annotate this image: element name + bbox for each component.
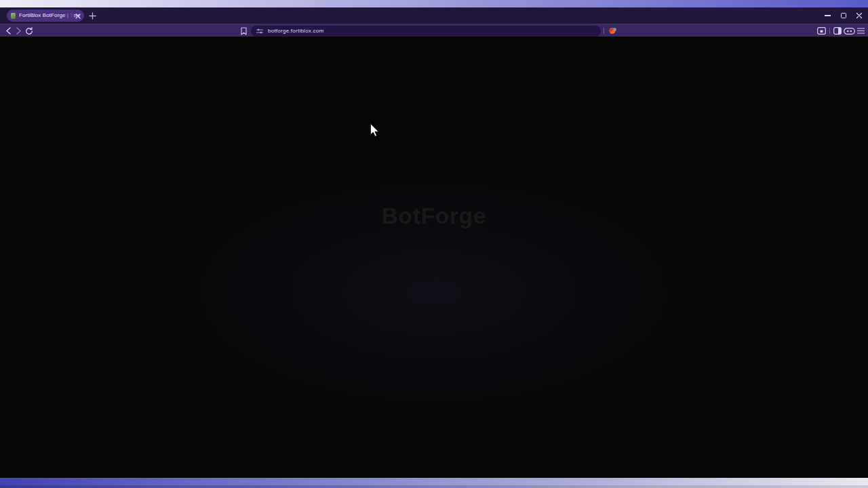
maximize-icon bbox=[841, 13, 846, 18]
plus-icon bbox=[89, 12, 96, 20]
mouse-cursor bbox=[370, 123, 380, 138]
minimize-icon bbox=[825, 15, 831, 16]
dots-pill-icon bbox=[844, 28, 855, 35]
window-maximize-button[interactable] bbox=[835, 9, 851, 22]
tab-title-fade bbox=[63, 9, 74, 22]
window-close-icon bbox=[856, 12, 863, 19]
page-content: BotForge bbox=[0, 37, 868, 478]
back-button[interactable] bbox=[3, 24, 14, 37]
reload-icon bbox=[25, 27, 33, 35]
forward-button[interactable] bbox=[14, 24, 23, 37]
browser-toolbar: botforge.fortiblox.com bbox=[0, 24, 868, 37]
close-icon bbox=[75, 14, 81, 19]
extension-button[interactable] bbox=[606, 24, 618, 37]
screen: FortiBlox BotForge | Telegram P bbox=[0, 0, 868, 488]
toolbar-divider bbox=[829, 28, 830, 34]
window-controls bbox=[820, 7, 867, 24]
dots-pill-button[interactable] bbox=[842, 24, 856, 37]
site-favicon-icon bbox=[11, 13, 16, 19]
menu-icon bbox=[857, 28, 865, 34]
address-bar[interactable]: botforge.fortiblox.com bbox=[251, 26, 601, 37]
sidebar-toggle-button[interactable] bbox=[831, 24, 843, 37]
bookmark-icon bbox=[241, 27, 247, 35]
browser-tab[interactable]: FortiBlox BotForge | Telegram P bbox=[7, 9, 84, 22]
window-minimize-button[interactable] bbox=[820, 9, 835, 22]
new-tab-button[interactable] bbox=[87, 11, 97, 20]
pip-icon bbox=[817, 27, 826, 35]
taskbar-gradient-edge bbox=[0, 485, 868, 488]
loading-wordmark: BotForge bbox=[0, 203, 868, 229]
chevron-left-icon bbox=[5, 27, 12, 35]
reload-button[interactable] bbox=[24, 24, 34, 37]
pip-button[interactable] bbox=[814, 24, 828, 37]
browser-window: FortiBlox BotForge | Telegram P bbox=[0, 7, 868, 478]
site-settings-icon[interactable] bbox=[256, 28, 263, 35]
page-glow bbox=[0, 37, 868, 478]
toolbar-divider bbox=[604, 28, 604, 34]
tab-close-button[interactable] bbox=[74, 12, 81, 20]
desktop-wallpaper-top-strip bbox=[0, 0, 868, 7]
bookmark-button[interactable] bbox=[238, 24, 249, 37]
extension-icon bbox=[608, 26, 617, 35]
sidebar-split-icon bbox=[833, 27, 842, 35]
url-text: botforge.fortiblox.com bbox=[268, 28, 323, 34]
window-close-button[interactable] bbox=[851, 9, 867, 22]
menu-button[interactable] bbox=[855, 24, 867, 37]
chevron-right-icon bbox=[16, 27, 22, 35]
taskbar-gradient bbox=[0, 478, 868, 485]
tab-strip: FortiBlox BotForge | Telegram P bbox=[0, 7, 868, 24]
desktop-wallpaper-bottom-strip bbox=[0, 478, 868, 488]
